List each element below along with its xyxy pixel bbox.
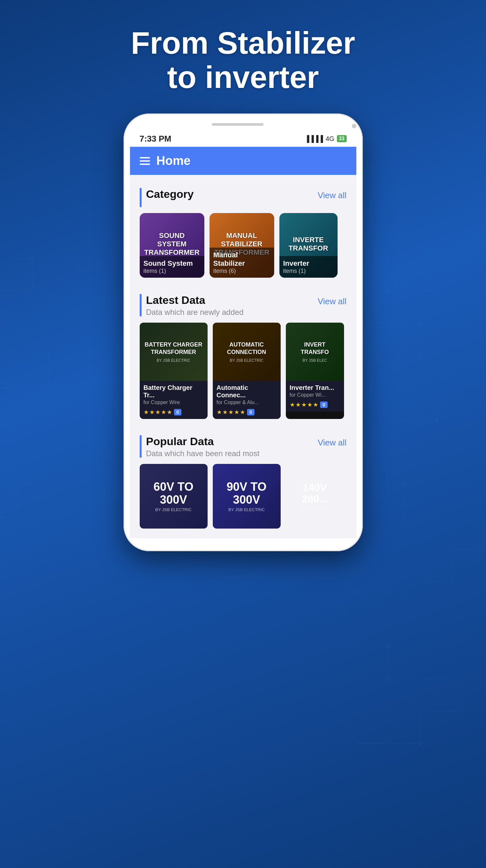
- battery-indicator: 33: [337, 135, 346, 142]
- popular-card-60v-title: 60v TO300v: [154, 480, 193, 506]
- category-section-left: Category: [140, 188, 194, 207]
- latest-card-inverter-transformer-desc: for Copper Wi...: [290, 392, 340, 398]
- latest-card-battery-charger-name: Battery Charger Tr...: [144, 384, 204, 399]
- hamburger-line-2: [140, 160, 150, 162]
- latest-card-inverter-transformer[interactable]: INVERT TRANSFO BY JSB ELEC Inverter Tran…: [286, 322, 344, 419]
- category-section-header: Category View all: [140, 188, 346, 207]
- popular-card-140v[interactable]: 140v280... BY JSB ELEC: [286, 464, 344, 529]
- svg-point-6: [30, 257, 34, 260]
- svg-point-5: [402, 483, 406, 487]
- latest-card-automatic-connection-info: Automatic Connec... for Copper & Alu...: [213, 381, 281, 407]
- latest-data-title-group: Latest Data Data which are newly added: [146, 294, 244, 317]
- latest-card-inverter-transformer-stars: ★ ★ ★ ★ ★: [290, 401, 318, 408]
- popular-data-section-subtitle: Data which have been read most: [146, 449, 260, 458]
- popular-data-section-header: Popular Data Data which have been read m…: [140, 435, 346, 458]
- category-card-sound-system[interactable]: SOUNDSYSTEMTRANSFORMER Sound System item…: [140, 213, 204, 278]
- latest-card-automatic-connection-image-title: AUTOMATIC CONNECTION: [218, 341, 276, 356]
- category-card-manual-stabilizer[interactable]: MANUALSTABILIZERTRANSFORMER Manual Stabi…: [210, 213, 274, 278]
- popular-data-cards-row: 60v TO300v BY JSB ELECTRIC 90v TO300v BY…: [140, 464, 346, 535]
- popular-card-60v-sub: BY JSB ELECTRIC: [155, 507, 191, 512]
- status-time: 7:33 PM: [140, 134, 171, 144]
- popular-card-90v-sub: BY JSB ELECTRIC: [228, 507, 265, 512]
- category-card-manual-stabilizer-items: items (6): [213, 268, 270, 275]
- app-title: Home: [156, 154, 191, 168]
- latest-card-inverter-transformer-badge: 0: [320, 402, 328, 408]
- notch-bar: [212, 123, 264, 126]
- latest-data-cards-row: BATTERY CHARGER TRANSFORMER BY JSB ELECT…: [140, 322, 346, 422]
- app-header: Home: [130, 147, 356, 175]
- latest-card-automatic-connection[interactable]: AUTOMATIC CONNECTION BY JSB ELECTRIC Aut…: [213, 322, 281, 419]
- svg-point-10: [418, 742, 422, 745]
- popular-data-section-title: Popular Data: [146, 435, 260, 448]
- category-section-title: Category: [146, 188, 194, 200]
- latest-card-battery-charger-image-title: BATTERY CHARGER TRANSFORMER: [145, 341, 203, 356]
- category-title-group: Category: [146, 188, 194, 200]
- camera-dot: [352, 124, 356, 128]
- status-icons: ▐▐▐▐ 4G 33: [305, 135, 346, 143]
- category-card-inverter[interactable]: INVERTETRANSFOR Inverter items (1): [279, 213, 338, 278]
- popular-data-accent-bar: [140, 435, 142, 458]
- latest-card-automatic-connection-footer: ★ ★ ★ ★ ★ 0: [213, 407, 281, 419]
- category-card-inverter-items: items (1): [283, 268, 334, 275]
- popular-data-title-group: Popular Data Data which have been read m…: [146, 435, 260, 458]
- phone-mockup: 7:33 PM ▐▐▐▐ 4G 33 Home Category: [123, 114, 363, 551]
- latest-card-automatic-connection-badge: 0: [247, 409, 255, 415]
- latest-data-view-all-button[interactable]: View all: [317, 297, 346, 307]
- latest-card-automatic-connection-name: Automatic Connec...: [217, 384, 277, 399]
- latest-card-inverter-transformer-image-title: INVERT TRANSFO: [291, 341, 339, 356]
- latest-card-battery-charger-footer: ★ ★ ★ ★ ★ 0: [140, 407, 208, 419]
- category-accent-bar: [140, 188, 142, 207]
- popular-card-60v[interactable]: 60v TO300v BY JSB ELECTRIC: [140, 464, 208, 529]
- latest-card-inverter-transformer-footer: ★ ★ ★ ★ ★ 0: [286, 400, 344, 411]
- latest-data-section-header: Latest Data Data which are newly added V…: [140, 294, 346, 317]
- category-card-sound-system-overlay: Sound System items (1): [140, 256, 204, 278]
- svg-point-2: [418, 321, 422, 325]
- status-bar: 7:33 PM ▐▐▐▐ 4G 33: [130, 131, 356, 147]
- signal-icon: ▐▐▐▐: [305, 135, 323, 143]
- category-cards-row: SOUNDSYSTEMTRANSFORMER Sound System item…: [140, 213, 346, 281]
- popular-data-section-left: Popular Data Data which have been read m…: [140, 435, 260, 458]
- network-type: 4G: [326, 135, 334, 143]
- category-card-sound-system-items: items (1): [144, 268, 201, 275]
- category-card-manual-stabilizer-name: Manual Stabilizer: [213, 251, 270, 268]
- popular-data-section: Popular Data Data which have been read m…: [130, 429, 356, 538]
- latest-data-section-left: Latest Data Data which are newly added: [140, 294, 244, 317]
- svg-point-0: [386, 257, 390, 260]
- category-card-inverter-overlay: Inverter items (1): [279, 256, 338, 278]
- category-card-inverter-name: Inverter: [283, 259, 334, 268]
- latest-card-battery-charger-info: Battery Charger Tr... for Copper Wire: [140, 381, 208, 407]
- latest-card-inverter-transformer-name: Inverter Tran...: [290, 384, 340, 392]
- latest-card-automatic-connection-desc: for Copper & Alu...: [217, 400, 277, 405]
- latest-card-battery-charger-stars: ★ ★ ★ ★ ★: [144, 409, 172, 416]
- latest-card-battery-charger-desc: for Copper Wire: [144, 400, 204, 405]
- latest-card-battery-charger-badge: 0: [174, 409, 182, 415]
- menu-button[interactable]: [140, 157, 150, 165]
- popular-card-140v-sub: BY JSB ELEC: [301, 506, 328, 511]
- svg-point-1: [386, 289, 390, 293]
- latest-data-section: Latest Data Data which are newly added V…: [130, 287, 356, 426]
- hero-title: From Stabilizer to inverter: [131, 26, 355, 94]
- latest-card-automatic-connection-image-sub: BY JSB ELECTRIC: [230, 358, 264, 363]
- popular-data-view-all-button[interactable]: View all: [317, 438, 346, 448]
- category-card-sound-system-title: SOUNDSYSTEMTRANSFORMER: [144, 231, 200, 257]
- app-content: Category View all SOUNDSYSTEMTRANSFORMER…: [130, 175, 356, 538]
- popular-card-90v[interactable]: 90v TO300v BY JSB ELECTRIC: [213, 464, 281, 529]
- category-section: Category View all SOUNDSYSTEMTRANSFORMER…: [130, 181, 356, 284]
- latest-data-section-title: Latest Data: [146, 294, 244, 307]
- category-card-sound-system-name: Sound System: [144, 259, 201, 268]
- latest-card-battery-charger-image-sub: BY JSB ELECTRIC: [157, 358, 190, 363]
- latest-card-automatic-connection-stars: ★ ★ ★ ★ ★: [217, 409, 245, 416]
- latest-card-inverter-transformer-info: Inverter Tran... for Copper Wi...: [286, 381, 344, 400]
- svg-point-4: [434, 418, 438, 422]
- popular-card-140v-title: 140v280...: [302, 482, 328, 505]
- hamburger-line-3: [140, 163, 150, 165]
- category-card-inverter-title: INVERTETRANSFOR: [288, 236, 328, 253]
- latest-data-accent-bar: [140, 294, 142, 316]
- category-view-all-button[interactable]: View all: [317, 190, 346, 200]
- latest-card-battery-charger[interactable]: BATTERY CHARGER TRANSFORMER BY JSB ELECT…: [140, 322, 208, 419]
- svg-point-9: [386, 677, 390, 681]
- hamburger-line-1: [140, 157, 150, 158]
- category-card-manual-stabilizer-overlay: Manual Stabilizer items (6): [210, 248, 274, 278]
- latest-data-section-subtitle: Data which are newly added: [146, 308, 244, 317]
- popular-card-90v-title: 90v TO300v: [227, 480, 267, 506]
